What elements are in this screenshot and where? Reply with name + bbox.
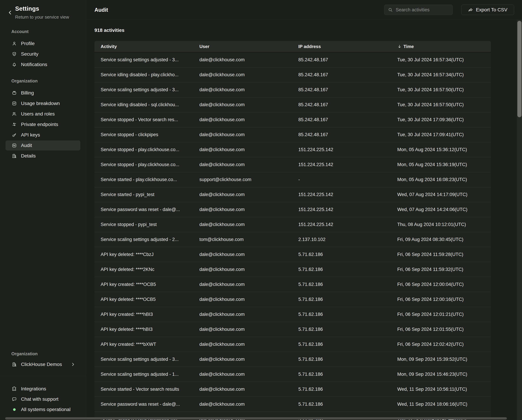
- ip-cell: 5.71.62.186: [292, 297, 391, 302]
- export-arrow-icon: [468, 7, 473, 12]
- search-input[interactable]: [396, 7, 449, 13]
- horizontal-scrollbar-thumb[interactable]: [5, 417, 507, 420]
- time-cell: Tue, 30 Jul 2024 17:09:36(UTC): [391, 117, 491, 122]
- time-cell: Fri, 06 Sep 2024 12:01:21(UTC): [391, 312, 491, 317]
- ip-cell: 5.71.62.186: [292, 282, 391, 287]
- activity-cell: Service stopped - clickpipes: [94, 132, 193, 137]
- sidebar-item-notifications[interactable]: Notifications: [6, 60, 80, 70]
- sidebar-item-label: Chat with support: [21, 397, 59, 402]
- user-cell: dale@clickhouse.com: [193, 282, 292, 287]
- activity-cell: Service idling disabled - sql.clickhou..…: [94, 102, 193, 107]
- footer-organization-label: Organization: [11, 351, 38, 356]
- sidebar-divider: [0, 376, 86, 376]
- activity-cell: Service stopped - play.clickhouse.co...: [94, 162, 193, 167]
- sidebar-item-label: Audit: [21, 143, 32, 148]
- column-header-ip-address: IP address: [292, 44, 391, 49]
- sidebar-item-label: Billing: [21, 90, 34, 96]
- table-header-row: Activity User IP address Time: [94, 41, 491, 53]
- status-green-dot: [13, 408, 16, 411]
- time-cell: Fri, 06 Sep 2024 12:00:16(UTC): [391, 297, 491, 302]
- activity-cell: Service scaling settings adjusted - 3...: [94, 57, 193, 62]
- ip-cell: 5.71.62.186: [292, 267, 391, 272]
- system-status-link[interactable]: All systems operational: [6, 404, 80, 414]
- column-header-activity: Activity: [94, 44, 193, 49]
- user-cell: dale@clickhouse.com: [193, 342, 292, 347]
- account-items: ProfileSecurityNotifications: [0, 39, 86, 70]
- table-row: Service scaling settings adjusted - 3...…: [94, 53, 491, 68]
- sidebar-item-label: Users and roles: [21, 111, 55, 117]
- ip-cell: 151.224.225.142: [292, 222, 391, 227]
- section-label-organization: Organization: [11, 78, 86, 84]
- sidebar-item-integrations[interactable]: Integrations: [6, 384, 80, 394]
- sidebar-item-security[interactable]: Security: [6, 49, 80, 59]
- ip-cell: 85.242.48.167: [292, 57, 391, 62]
- back-chevron-icon[interactable]: [7, 10, 13, 16]
- table-row: Service started - play.clickhouse.co...s…: [94, 172, 491, 187]
- time-cell: Fri, 06 Sep 2024 11:59:32(UTC): [391, 267, 491, 272]
- user-cell: dale@clickhouse.com: [193, 387, 292, 392]
- time-cell: Fri, 06 Sep 2024 12:01:55(UTC): [391, 327, 491, 332]
- column-header-time[interactable]: Time: [391, 44, 491, 49]
- ip-cell: 5.71.62.186: [292, 312, 391, 317]
- user-cell: dale@clickhouse.com: [193, 162, 292, 167]
- user-cell: dale@clickhouse.com: [193, 402, 292, 407]
- sidebar-subtitle: Return to your service view: [15, 15, 69, 20]
- table-row: API key deleted: ****OCB5dale@clickhouse…: [94, 292, 491, 307]
- export-to-csv-button[interactable]: Export To CSV: [461, 5, 514, 15]
- user-cell: dale@clickhouse.com: [193, 297, 292, 302]
- table-body: Service scaling settings adjusted - 3...…: [94, 53, 491, 420]
- activity-cell: Service stopped - pypi_test: [94, 222, 193, 227]
- time-cell: Mon, 05 Aug 2024 15:36:12(UTC): [391, 147, 491, 152]
- sidebar-item-profile[interactable]: Profile: [6, 39, 80, 48]
- sidebar-item-label: API keys: [21, 132, 40, 138]
- sidebar-item-usage-breakdown[interactable]: Usage breakdown: [6, 98, 80, 109]
- table-row: Service scaling settings adjusted - 2...…: [94, 232, 491, 247]
- sidebar-item-users-and-roles[interactable]: Users and roles: [6, 109, 80, 119]
- table-row: API key created: ****hBI3dale@clickhouse…: [94, 307, 491, 322]
- table-row: API key created: ****bXWTdale@clickhouse…: [94, 337, 491, 352]
- table-row: API key deleted: ****CbzJdale@clickhouse…: [94, 247, 491, 262]
- key-icon: [12, 132, 17, 138]
- building-icon: [12, 153, 17, 159]
- org-switcher[interactable]: ClickHouse Demos: [6, 359, 80, 369]
- audit-activity-icon: [12, 143, 17, 148]
- sidebar-item-billing[interactable]: Billing: [6, 88, 80, 98]
- chat-bubble-icon: [12, 397, 17, 402]
- ip-cell: 151.224.225.142: [292, 192, 391, 197]
- activity-cell: API key deleted: ****OCB5: [94, 297, 193, 302]
- activity-cell: API key created: ****bXWT: [94, 342, 193, 347]
- time-cell: Wed, 07 Aug 2024 14:17:09(UTC): [391, 192, 491, 197]
- activity-cell: Service scaling settings adjusted - 1...: [94, 372, 193, 377]
- sidebar-item-label: Private endpoints: [21, 122, 58, 127]
- table-row: API key deleted: ****hBI3dale@clickhouse…: [94, 322, 491, 337]
- sidebar-item-audit[interactable]: Audit: [6, 140, 80, 150]
- shield-check-icon: [12, 51, 17, 57]
- org-switcher-label: ClickHouse Demos: [21, 362, 62, 367]
- account-section: Account ProfileSecurityNotifications: [0, 29, 86, 70]
- sidebar-item-chat-with-support[interactable]: Chat with support: [6, 394, 80, 404]
- table-row: API key created: ****OCB5dale@clickhouse…: [94, 277, 491, 292]
- search-icon: [388, 7, 393, 12]
- time-cell: Wed, 11 Sep 2024 18:06:16(UTC): [391, 402, 491, 407]
- sidebar-item-private-endpoints[interactable]: Private endpoints: [6, 119, 80, 129]
- sidebar-item-api-keys[interactable]: API keys: [6, 130, 80, 140]
- time-cell: Mon, 09 Sep 2024 15:46:23(UTC): [391, 372, 491, 377]
- ip-cell: 5.71.62.186: [292, 372, 391, 377]
- time-cell: Thu, 08 Aug 2024 10:12:01(UTC): [391, 222, 491, 227]
- time-cell: Wed, 07 Aug 2024 14:24:06(UTC): [391, 207, 491, 212]
- page-header: Audit Export To CSV: [86, 0, 522, 20]
- user-cell: dale@clickhouse.com: [193, 372, 292, 377]
- export-button-label: Export To CSV: [476, 7, 507, 13]
- table-row: Service scaling settings adjusted - 1...…: [94, 367, 491, 382]
- table-row: Service started - Vector search resultsd…: [94, 382, 491, 397]
- sidebar-item-details[interactable]: Details: [6, 151, 80, 161]
- organization-items: BillingUsage breakdownUsers and rolesPri…: [0, 88, 86, 161]
- user-cell: dale@clickhouse.com: [193, 87, 292, 93]
- time-cell: Fri, 09 Aug 2024 08:30:45(UTC): [391, 237, 491, 242]
- sidebar-item-label: Integrations: [21, 386, 46, 392]
- table-row: Service stopped - clickpipesdale@clickho…: [94, 127, 491, 142]
- vertical-scrollbar-thumb[interactable]: [517, 21, 522, 117]
- activity-cell: Service started - pypi_test: [94, 192, 193, 197]
- user-cell: dale@clickhouse.com: [193, 57, 292, 62]
- table-row: Service idling disabled - play.clickho..…: [94, 68, 491, 82]
